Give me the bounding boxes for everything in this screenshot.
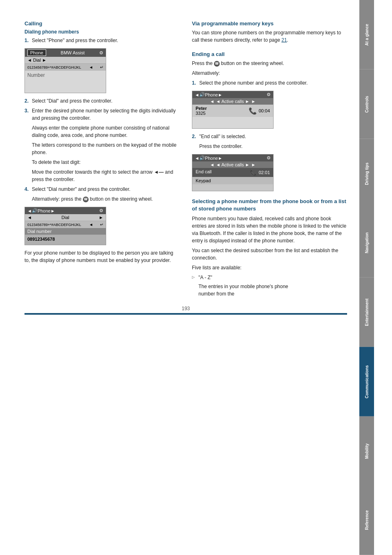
screen1-dial-row: ◄ Dial ► <box>25 57 106 64</box>
sidebar-tab-navigation[interactable]: Navigation <box>359 208 374 278</box>
screen1-bmw-tab: BMW Assist <box>61 50 85 55</box>
end-call-screen-2: ◄ 🔊 Phone ► ⚙ ◄ ◄ Active calls ► ► End c… <box>192 154 274 191</box>
via-keys-text: You can store phone numbers on the progr… <box>192 29 347 44</box>
end-s1-settings: ⚙ <box>267 92 271 97</box>
end-s1-label: Phone <box>205 92 218 97</box>
end-s2-right: ► <box>218 156 223 161</box>
screen1-phone-tab: Phone <box>27 49 46 56</box>
screen2-backspace: ◄ <box>89 222 93 227</box>
dialing-subheading: Dialing phone numbers <box>24 29 180 35</box>
screen2-top-bar: ◄ 🔊 Phone ► ⚙ <box>25 207 106 214</box>
screen2-nav-right: ► <box>51 208 55 213</box>
step-1: 1. Select "Phone" and press the controll… <box>24 37 180 44</box>
bullet-a-z-sub2: number from the <box>192 290 347 298</box>
sidebar-tab-at-glance[interactable]: At a glance <box>359 0 374 69</box>
sidebar-tab-controls[interactable]: Controls <box>359 69 374 139</box>
end-screen1-empty <box>192 117 273 128</box>
ending-steps: 1. Select the phone number and press the… <box>192 79 347 87</box>
screen2-phone-label: Phone <box>38 208 51 213</box>
end-screen2-end-call: End call 📞 02:01 <box>192 168 273 177</box>
page-bottom-bar <box>24 313 347 315</box>
sidebar-tab-communications[interactable]: Communications <box>359 347 374 416</box>
screen2-nav-left: ◄ <box>27 208 32 213</box>
end-s1-left: ◄ <box>195 92 199 97</box>
page-container: Calling Dialing phone numbers 1. Select … <box>0 0 392 555</box>
ending-text1: Press the ☎ button on the steering wheel… <box>192 60 347 67</box>
end-s2-settings: ⚙ <box>267 155 271 161</box>
end-screen2-empty <box>192 184 273 191</box>
selecting-text1: Phone numbers you have dialed, received … <box>192 215 347 244</box>
screen1-keyboard: 0123456789+*#ABCDEFGHIJKL ◄ ↵ <box>25 64 106 71</box>
end-s2-active-calls: ◄ Active calls ► <box>216 162 249 167</box>
step-4: 4. Select "Dial number" and press the co… <box>24 186 180 203</box>
end-phone-arc-icon: 📞 <box>250 169 257 176</box>
page-ref-21[interactable]: 21 <box>281 37 287 43</box>
end-s2-label: Phone <box>205 156 218 161</box>
screen1-empty <box>25 81 106 93</box>
end-s1-right: ► <box>218 92 223 97</box>
main-content: Calling Dialing phone numbers 1. Select … <box>0 0 359 555</box>
end-screen1-call-row: Peter 3325 📞 00:04 <box>192 105 273 117</box>
end-screen1-sub: ◄ ◄ Active calls ► ► <box>192 98 273 105</box>
screen2-dial-left: ◄ <box>27 215 32 220</box>
phone-arc-icon: 📞 <box>249 107 257 115</box>
step-2: 2. Select "Dial" and press the controlle… <box>24 97 180 105</box>
step-3: 3. Enter the desired phone number by sel… <box>24 107 180 183</box>
screen-mockup-2: ◄ 🔊 Phone ► ⚙ ◄ Dial ► 0123456789+*#ABCD… <box>24 207 106 245</box>
screen2-dial-label: Dial <box>62 215 69 220</box>
right-column: Via programmable memory keys You can sto… <box>192 20 347 298</box>
end-s2-sub-left: ◄ <box>210 162 214 167</box>
ending-step-2: 2. "End call" is selected. Press the con… <box>192 133 347 150</box>
ending-step-1: 1. Select the phone number and press the… <box>192 79 347 87</box>
screen2-dial-right: ► <box>99 215 103 220</box>
calling-heading: Calling <box>24 20 180 27</box>
screen2-keyboard: 0123456789+*#ABCDEFGHIJKL ◄ ↵ <box>25 221 106 228</box>
end-s2-sub-right: ► <box>251 162 256 167</box>
selecting-text2: You can select the desired subscriber fr… <box>192 247 347 262</box>
left-column: Calling Dialing phone numbers 1. Select … <box>24 20 180 298</box>
end-s2-time-group: 📞 02:01 <box>250 169 270 176</box>
bullet-a-z: "A - Z" <box>192 274 347 281</box>
screen2-number-display: 08912345678 <box>25 235 106 245</box>
ending-call-heading: Ending a call <box>192 51 347 57</box>
steps-list: 1. Select "Phone" and press the controll… <box>24 37 180 44</box>
end-s2-left: ◄ <box>195 156 199 161</box>
step-3-content: Enter the desired phone number by select… <box>32 107 180 183</box>
step-4-content: Select "Dial number" and press the contr… <box>32 186 180 203</box>
ending-steps-2: 2. "End call" is selected. Press the con… <box>192 133 347 150</box>
ending-step2-content: "End call" is selected. Press the contro… <box>199 133 347 150</box>
selecting-heading: Selecting a phone number from the phone … <box>192 198 347 213</box>
end-s1-active-calls: ◄ Active calls ► <box>216 99 249 104</box>
screen2-dial-number-row: Dial number <box>25 228 106 235</box>
page-number: 193 <box>24 306 347 311</box>
end-s1-time: 📞 00:04 <box>249 107 270 115</box>
sidebar-tab-driving-tips[interactable]: Driving tips <box>359 139 374 208</box>
screen2-dial-row: ◄ Dial ► <box>25 214 106 221</box>
end-screen2-top: ◄ 🔊 Phone ► ⚙ <box>192 154 273 161</box>
end-screen2-keypad: Keypad <box>192 177 273 184</box>
steps-list-2: 2. Select "Dial" and press the controlle… <box>24 97 180 203</box>
screen1-enter: ↵ <box>100 65 103 69</box>
selecting-text3: Five lists are available: <box>192 264 347 271</box>
ending-alternatively: Alternatively: <box>192 69 347 77</box>
screen2-settings-icon: ⚙ <box>99 208 103 213</box>
sidebar-tab-mobility[interactable]: Mobility <box>359 416 374 486</box>
provider-note: For your phone number to be displayed to… <box>24 249 180 264</box>
screen2-enter: ↵ <box>100 222 103 227</box>
right-sidebar: At a glance Controls Driving tips Naviga… <box>359 0 374 555</box>
bullet-a-z-sub: The entries in your mobile phone's phone <box>192 283 347 290</box>
end-screen1-top: ◄ 🔊 Phone ► ⚙ <box>192 91 273 98</box>
phone-button-icon: ☎ <box>83 197 89 202</box>
screen1-backspace: ◄ <box>89 65 93 69</box>
end-s1-sub-left: ◄ <box>210 99 214 104</box>
end-call-icon: ☎ <box>214 61 220 67</box>
sidebar-tab-reference[interactable]: Reference <box>359 486 374 555</box>
sidebar-tab-entertainment[interactable]: Entertainment <box>359 278 374 347</box>
screen1-icon: ⚙ <box>99 50 103 56</box>
screen1-body: Number <box>25 71 106 81</box>
screen2-phone-icon: 🔊 <box>32 208 38 213</box>
screen-mockup-1: Phone BMW Assist ⚙ ◄ Dial ► 0123456789+*… <box>24 48 106 93</box>
end-s1-caller: Peter 3325 <box>196 106 207 116</box>
end-s1-icon: 🔊 <box>199 92 205 97</box>
end-s2-icon: 🔊 <box>199 155 205 161</box>
